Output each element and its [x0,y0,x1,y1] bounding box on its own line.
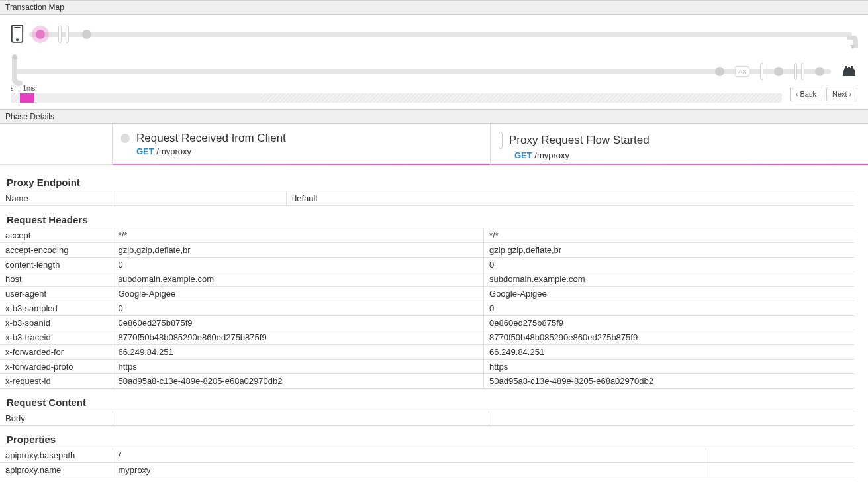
row-value-col1: 50ad95a8-c13e-489e-8205-e68a02970db2 [113,374,484,389]
row-value-col2 [489,411,854,426]
kv-table: Namedefault [0,191,854,206]
table-row: content-length00 [0,258,854,272]
flow-node-resp-bar3[interactable] [801,63,804,80]
flow-node-resp-3[interactable] [815,67,824,76]
row-value-col2: 50ad95a8-c13e-489e-8205-e68a02970db2 [484,374,854,389]
flow-node-proxy-start-bar2[interactable] [66,26,69,43]
row-key: x-forwarded-proto [0,360,113,374]
back-button[interactable]: ‹ Back [790,87,822,101]
flow-node-resp-1[interactable] [715,67,724,76]
transaction-map-canvas: AX [0,15,868,81]
row-value-col1: https [113,360,484,374]
group-title: Request Content [0,389,854,411]
phase-detail-body: Proxy EndpointNamedefaultRequest Headers… [0,165,854,498]
timeline-scale-label: ε1ms [11,85,782,92]
row-value-col2 [706,448,854,463]
row-value-col2: 66.249.84.251 [484,345,854,360]
table-row: Namedefault [0,191,854,206]
table-row: accept-encodinggzip,gzip,deflate,brgzip,… [0,243,854,258]
row-value-col1: */* [113,228,484,243]
row-key: x-request-id [0,374,113,389]
client-device-icon [11,25,24,45]
kv-table: apiproxy.basepath/apiproxy.namemyproxy [0,448,854,477]
phase-title: Request Received from Client [136,132,286,145]
row-value-col2: Google-Apigee [484,287,854,301]
row-value-col1: myproxy [113,463,706,477]
table-row: x-forwarded-for66.249.84.25166.249.84.25… [0,345,854,360]
row-key: Name [0,191,113,206]
table-row: accept*/**/* [0,228,854,243]
row-value-col2: 0 [484,258,854,272]
row-value-col1 [113,191,286,206]
circle-icon [121,134,130,143]
transaction-map-header: Transaction Map [0,0,868,15]
row-value-col1: 0 [113,301,484,316]
row-value-col2: 0e860ed275b875f9 [484,316,854,330]
row-key: accept-encoding [0,243,113,258]
flow-node-resp-2[interactable] [774,67,783,76]
flow-node-proxy-postclient[interactable] [82,30,91,39]
row-value-col2: default [286,191,854,206]
group-title: Request Headers [0,206,854,228]
kv-table: Body [0,411,854,426]
phase-col-request-received[interactable]: Request Received from Client GET /myprox… [113,124,491,164]
row-key: user-agent [0,287,113,301]
row-value-col2: */* [484,228,854,243]
table-row: hostsubdomain.example.comsubdomain.examp… [0,272,854,287]
row-value-col2: subdomain.example.com [484,272,854,287]
next-button[interactable]: Next › [826,87,857,101]
timeline: ε1ms ‹ Back Next › [0,81,868,109]
row-value-col1: 0 [113,258,484,272]
row-key: content-length [0,258,113,272]
timeline-cursor[interactable] [20,93,34,103]
flow-node-request-received[interactable] [36,30,45,39]
flow-node-resp-bar2[interactable] [794,63,797,80]
phase-subtitle: GET /myproxy [514,150,860,160]
timeline-track[interactable] [11,93,782,103]
phase-details-header: Phase Details [0,109,868,124]
bar-icon [499,132,503,149]
row-key: x-b3-sampled [0,301,113,316]
row-key: apiproxy.name [0,463,113,477]
row-value-col1: / [113,448,706,463]
kv-table: accept*/**/*accept-encodinggzip,gzip,def… [0,228,854,389]
phase-columns: Request Received from Client GET /myprox… [0,124,868,165]
row-value-col1: 8770f50b48b085290e860ed275b875f9 [113,330,484,345]
row-value-col1: gzip,gzip,deflate,br [113,243,484,258]
arrow-to-target-icon [847,36,859,56]
row-key: Body [0,411,113,426]
table-row: x-forwarded-protohttpshttps [0,360,854,374]
row-key: x-b3-spanid [0,316,113,330]
group-title: Properties [0,426,854,448]
row-key: apiproxy.basepath [0,448,113,463]
table-row: x-b3-traceid8770f50b48b085290e860ed275b8… [0,330,854,345]
row-value-col1: 66.249.84.251 [113,345,484,360]
table-row: apiproxy.basepath/ [0,448,854,463]
row-value-col2 [706,463,854,477]
table-row: x-b3-spanid0e860ed275b875f90e860ed275b87… [0,316,854,330]
group-title: Proxy Endpoint [0,169,854,191]
row-value-col2: 8770f50b48b085290e860ed275b875f9 [484,330,854,345]
table-row: x-b3-sampled00 [0,301,854,316]
phase-col-proxy-flow-started[interactable]: Proxy Request Flow Started GET /myproxy [491,124,868,164]
target-server-icon [842,64,857,79]
row-value-col2: 0 [484,301,854,316]
request-flow-line [29,32,852,37]
phase-key-column [0,124,113,164]
flow-node-resp-bar1[interactable] [760,63,763,80]
table-row: Body [0,411,854,426]
row-value-col1 [113,411,489,426]
row-value-col2: gzip,gzip,deflate,br [484,243,854,258]
table-row: x-request-id50ad95a8-c13e-489e-8205-e68a… [0,374,854,389]
table-row: apiproxy.namemyproxy [0,463,854,477]
phase-subtitle: GET /myproxy [136,146,482,156]
table-row: user-agentGoogle-ApigeeGoogle-Apigee [0,287,854,301]
row-key: accept [0,228,113,243]
flow-node-proxy-start-bar1[interactable] [58,26,62,43]
row-value-col1: subdomain.example.com [113,272,484,287]
response-flow-line: AX [16,69,831,74]
row-key: x-b3-traceid [0,330,113,345]
row-value-col1: Google-Apigee [113,287,484,301]
row-key: host [0,272,113,287]
flow-node-ax[interactable]: AX [735,66,749,77]
